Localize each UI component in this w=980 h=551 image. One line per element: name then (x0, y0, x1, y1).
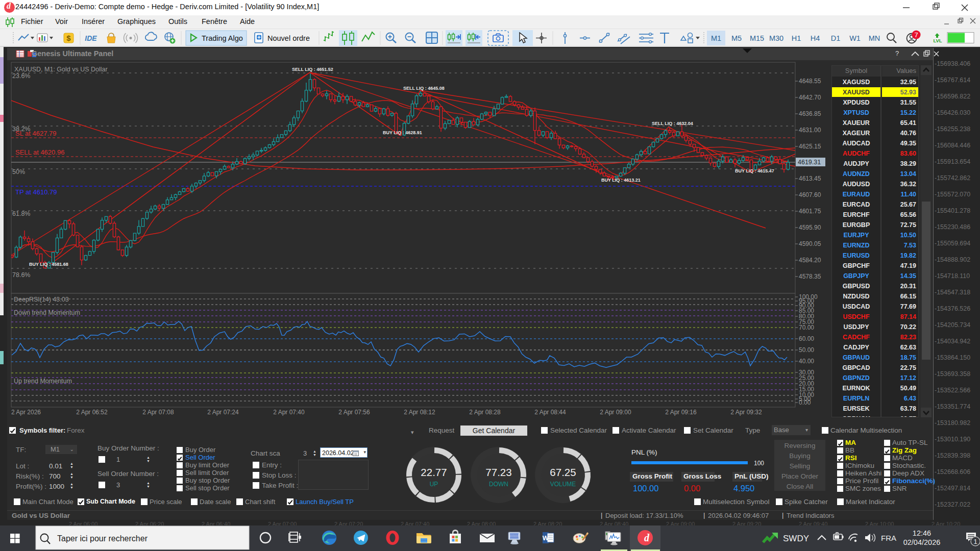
svg-text:40.00: 40.00 (799, 358, 814, 365)
svg-text:4631.00: 4631.00 (799, 127, 821, 134)
svg-text:FRA: FRA (881, 534, 896, 542)
svg-text:DOWN: DOWN (489, 481, 508, 488)
svg-text:2 Apr 06:52: 2 Apr 06:52 (76, 409, 108, 416)
svg-text:4607.60: 4607.60 (799, 191, 821, 198)
svg-text:4613.45: 4613.45 (799, 175, 821, 182)
svg-text:Up trend Momentum: Up trend Momentum (14, 378, 72, 385)
svg-text:7: 7 (914, 31, 918, 39)
svg-text:2 Apr 09:16: 2 Apr 09:16 (665, 409, 697, 416)
svg-text:BUY LIQ : 4615.47: BUY LIQ : 4615.47 (735, 168, 774, 173)
svg-text:M5: M5 (731, 34, 742, 42)
svg-text:M15: M15 (750, 34, 764, 42)
svg-text:4584.20: 4584.20 (799, 257, 821, 264)
svg-text:SWDY: SWDY (783, 534, 809, 543)
svg-text:SELL LIQ : 4632.04: SELL LIQ : 4632.04 (652, 121, 693, 126)
svg-text:Taper ici pour rechercher: Taper ici pour rechercher (57, 534, 148, 543)
svg-text:SELL LIQ : 4651.52: SELL LIQ : 4651.52 (292, 67, 333, 72)
svg-text:2 Apr 08:12: 2 Apr 08:12 (404, 409, 435, 416)
svg-text:2 Apr 09:00: 2 Apr 09:00 (600, 409, 631, 416)
svg-text:23.6%: 23.6% (12, 72, 30, 80)
svg-text:2 Apr 08:28: 2 Apr 08:28 (469, 409, 501, 416)
svg-text:4619.31: 4619.31 (798, 159, 821, 166)
svg-text:1: 1 (973, 538, 977, 545)
svg-text:SELL at 4620.96: SELL at 4620.96 (15, 148, 64, 156)
svg-text:H1: H1 (792, 34, 801, 42)
svg-text:D1: D1 (831, 34, 841, 42)
svg-text:70.00: 70.00 (799, 324, 814, 331)
svg-text:4578.35: 4578.35 (799, 273, 821, 280)
svg-text:50.00: 50.00 (799, 346, 814, 354)
svg-text:02/04/2026: 02/04/2026 (903, 538, 941, 546)
svg-text:4595.90: 4595.90 (799, 224, 821, 231)
svg-text:W: W (543, 534, 549, 542)
svg-text:LVL: LVL (933, 38, 942, 43)
svg-text:Nouvel ordre: Nouvel ordre (267, 34, 310, 42)
svg-text:2 Apr 07:08: 2 Apr 07:08 (142, 409, 174, 416)
svg-text:2 Apr 09:32: 2 Apr 09:32 (730, 409, 762, 416)
svg-text:IDE: IDE (85, 34, 97, 42)
svg-text:4590.05: 4590.05 (799, 240, 821, 247)
svg-text:Trading Algo: Trading Algo (202, 34, 243, 42)
svg-text:M1: M1 (711, 34, 721, 42)
svg-text:78.6%: 78.6% (12, 271, 30, 279)
svg-text:BUY LIQ : 4581.68: BUY LIQ : 4581.68 (29, 262, 68, 267)
svg-text:4636.85: 4636.85 (799, 110, 821, 117)
svg-text:d: d (644, 532, 650, 543)
svg-text:2 Apr 08:44: 2 Apr 08:44 (534, 409, 566, 416)
svg-text:DeepRSI(14) 43.03: DeepRSI(14) 43.03 (14, 296, 69, 303)
svg-text:50%: 50% (12, 168, 25, 176)
svg-text:MN: MN (869, 34, 880, 42)
svg-text:22.77: 22.77 (421, 466, 447, 478)
svg-text:VOLUME: VOLUME (550, 481, 576, 488)
svg-text:Down trend Momentum: Down trend Momentum (14, 309, 80, 316)
svg-text:2 Apr 2026: 2 Apr 2026 (11, 409, 41, 416)
svg-text:BUY LIQ : 4628.91: BUY LIQ : 4628.91 (383, 130, 422, 135)
svg-text:12:46: 12:46 (913, 529, 931, 537)
svg-text:38.2%: 38.2% (12, 126, 30, 133)
svg-text:2 Apr 07:40: 2 Apr 07:40 (273, 409, 305, 416)
svg-text:4648.55: 4648.55 (799, 78, 821, 85)
svg-text:4642.70: 4642.70 (799, 94, 821, 101)
svg-text:77.23: 77.23 (485, 466, 511, 478)
svg-text:H4: H4 (811, 34, 820, 42)
svg-text:0.00: 0.00 (799, 399, 811, 406)
svg-text:60.00: 60.00 (799, 335, 814, 342)
svg-text:$: $ (66, 34, 71, 42)
svg-text:W1: W1 (849, 34, 861, 42)
svg-text:67.25: 67.25 (550, 466, 576, 478)
svg-text:2 Apr 07:56: 2 Apr 07:56 (338, 409, 370, 416)
svg-text:BUY LIQ : 4613.21: BUY LIQ : 4613.21 (601, 178, 641, 183)
svg-text:TP at 4610.79: TP at 4610.79 (15, 188, 57, 196)
svg-text:UP: UP (430, 481, 438, 488)
svg-text:XAUUSD, M1: Gold vs US Dollar: XAUUSD, M1: Gold vs US Dollar (14, 66, 108, 73)
svg-text:SELL LIQ : 4645.08: SELL LIQ : 4645.08 (403, 86, 445, 91)
svg-text:2 Apr 07:24: 2 Apr 07:24 (207, 409, 239, 416)
svg-text:61.8%: 61.8% (12, 210, 30, 217)
svg-text:4601.75: 4601.75 (799, 208, 821, 215)
svg-text:4625.15: 4625.15 (799, 143, 821, 150)
svg-text:M30: M30 (769, 34, 783, 42)
